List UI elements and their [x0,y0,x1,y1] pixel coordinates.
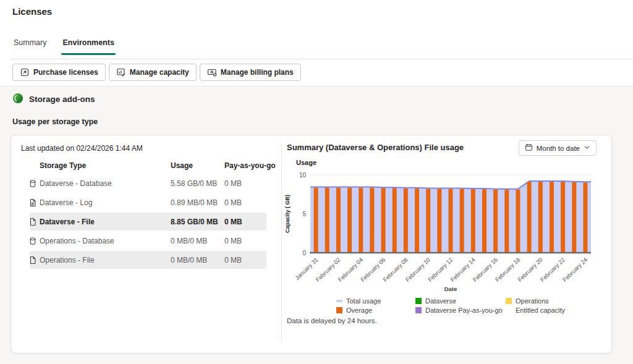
svg-text:Capacity ( GB): Capacity ( GB) [284,195,291,233]
legend-item: Entitled capacity [506,307,565,314]
storage-addons-heading: Storage add-ons [12,93,95,106]
date-range-value: Month to date [537,145,580,152]
usage-value: 8.85 GB/0 MB [171,218,224,226]
licenses-page: Licenses Summary Environments Purchase l… [0,0,633,364]
legend-label: Total usage [346,297,381,305]
manage-billing-plans-button[interactable]: Manage billing plans [200,64,301,81]
dataverse-icon [12,93,23,106]
legend-label: Operations [516,297,549,305]
legend-label: Entitled capacity [516,307,565,314]
page-title: Licenses [12,6,52,17]
usage-per-storage-type-heading: Usage per storage type [12,117,98,126]
tab-summary[interactable]: Summary [12,36,48,55]
legend-label: Dataverse Pay-as-you-go [425,307,503,314]
table-row[interactable]: Dataverse - Log 0.89 MB/0 MB 0 MB [11,193,281,212]
storage-type-label: Dataverse - File [40,218,100,226]
usage-chart: 0510January 31February 02February 04Febr… [282,165,603,308]
file-icon [28,218,40,226]
payg-value: 0 MB [224,256,281,265]
purchase-licenses-label: Purchase licenses [33,68,98,77]
usage-value: 5.58 GB/0 MB [171,179,224,188]
column-pay-as-you-go: Pay-as-you-go [224,161,281,170]
manage-billing-plans-icon [207,67,217,77]
legend-item: Dataverse Pay-as-you-go [415,307,506,314]
chevron-down-icon [584,144,590,152]
legend-swatch [415,307,422,313]
chart-legend: Total usageDataverseOperationsOverageDat… [336,297,565,314]
legend-item: Overage [336,307,415,314]
legend-item: Operations [506,297,565,305]
chart-title: Summary (Dataverse & Operations) File us… [287,143,464,152]
manage-capacity-label: Manage capacity [130,68,189,77]
storage-table-panel: Last updated on 02/24/2026 1:44 AM Stora… [11,135,281,353]
purchase-licenses-button[interactable]: Purchase licenses [12,64,106,81]
legend-swatch [336,307,342,313]
legend-label: Overage [346,307,372,314]
file-icon [28,256,40,265]
svg-text:0: 0 [302,250,306,256]
usage-value: 0 MB/0 MB [171,256,224,265]
file-usage-chart-panel: Summary (Dataverse & Operations) File us… [282,135,613,353]
database-icon [28,179,40,188]
storage-type-label: Dataverse - Log [40,198,100,207]
payg-value: 0 MB [224,198,281,207]
column-usage: Usage [171,161,224,170]
manage-capacity-button[interactable]: Manage capacity [109,64,197,81]
legend-label: Dataverse [425,297,456,305]
payg-value: 0 MB [224,237,281,245]
manage-billing-plans-label: Manage billing plans [221,68,294,77]
tab-environments[interactable]: Environments [61,36,115,55]
payg-value: 0 MB [224,179,281,188]
purchase-licenses-icon [20,67,30,77]
legend-swatch [506,298,512,304]
storage-usage-card: Last updated on 02/24/2026 1:44 AM Stora… [11,135,612,353]
legend-item: Dataverse [415,297,506,305]
calendar-icon [525,143,533,153]
payg-value: 0 MB [224,218,281,226]
storage-type-label: Operations - File [40,256,100,265]
table-row[interactable]: Operations - Database 0 MB/0 MB 0 MB [11,231,281,250]
toolbar-band: Purchase licenses Manage capacity Manage… [0,59,633,87]
table-row[interactable]: Dataverse - Database 5.58 GB/0 MB 0 MB [11,174,281,193]
svg-text:10: 10 [299,172,307,179]
manage-capacity-icon [116,67,126,77]
column-storage-type: Storage Type [40,161,100,170]
storage-addons-title: Storage add-ons [29,95,95,104]
storage-type-label: Operations - Database [40,237,100,245]
svg-text:5: 5 [302,211,306,218]
log-icon [28,198,40,207]
tab-bar: Summary Environments [12,36,116,55]
toolbar: Purchase licenses Manage capacity Manage… [12,64,301,81]
database-icon [28,237,40,245]
legend-item: Total usage [336,297,415,305]
data-delay-note: Data is delayed by 24 hours. [287,317,377,324]
table-header: Storage Type Usage Pay-as-you-go [11,158,281,174]
svg-text:Date: Date [444,286,457,292]
table-body: Dataverse - Database 5.58 GB/0 MB 0 MB D… [11,174,281,269]
storage-type-label: Dataverse - Database [40,179,100,188]
table-row[interactable]: Operations - File 0 MB/0 MB 0 MB [11,250,281,269]
date-range-dropdown[interactable]: Month to date [519,140,597,156]
table-row[interactable]: Dataverse - File 8.85 GB/0 MB 0 MB [11,212,281,231]
usage-value: 0 MB/0 MB [171,237,224,245]
usage-value: 0.89 MB/0 MB [171,198,224,207]
legend-swatch [336,300,342,302]
legend-swatch [415,298,422,304]
legend-swatch [506,307,512,313]
last-updated-text: Last updated on 02/24/2026 1:44 AM [21,144,143,153]
